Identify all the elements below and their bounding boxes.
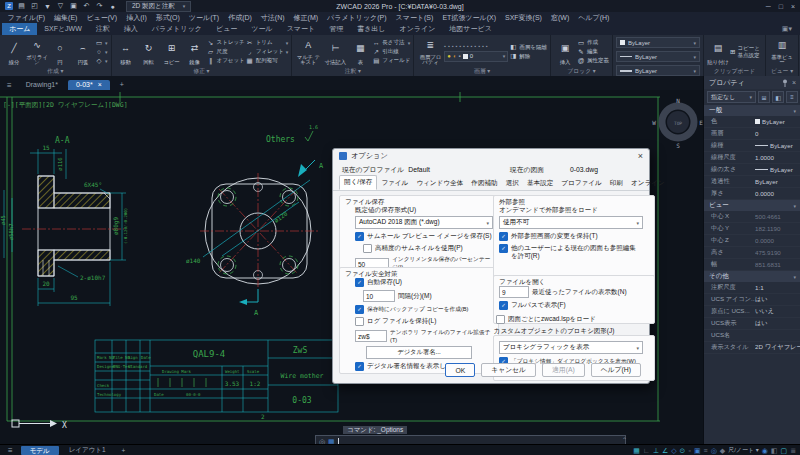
edit-block-button[interactable]: ✎編集 bbox=[577, 47, 609, 56]
linetype-control[interactable]: ByLayer▾ bbox=[616, 51, 700, 62]
layer-tool-icon[interactable]: ▪ bbox=[471, 43, 473, 49]
offset-button[interactable]: ∥オフセット bbox=[207, 56, 245, 65]
cancel-button[interactable]: キャンセル bbox=[481, 363, 536, 377]
doc-menu-icon[interactable]: ≡ bbox=[3, 81, 16, 90]
workspace-gear-icon[interactable]: ◉ bbox=[762, 447, 768, 455]
hires-thumbnail-checkbox[interactable] bbox=[363, 244, 372, 253]
viewport-label[interactable]: [-][平面図][2D ワイヤフレーム][DWG] bbox=[3, 101, 128, 109]
pin-icon[interactable] bbox=[782, 79, 788, 87]
tab-files[interactable]: ファイル bbox=[377, 177, 412, 190]
tab-preferences[interactable]: 基本設定 bbox=[523, 177, 557, 190]
lineweight-icon[interactable]: ≡ bbox=[704, 447, 708, 454]
layer-unisolate-button[interactable]: ◨解除 bbox=[509, 52, 547, 61]
clean-screen-icon[interactable]: ▢ bbox=[781, 447, 788, 455]
menu-sxf[interactable]: SXF変換(S) bbox=[500, 13, 546, 23]
backup-checkbox[interactable]: ✓ bbox=[355, 305, 364, 314]
toggle-pickadd-icon[interactable]: ⊞ bbox=[758, 91, 770, 103]
xref-edit-checkbox[interactable]: ✓ bbox=[499, 244, 508, 253]
ribbon-options-icon[interactable]: ▣▾ bbox=[782, 23, 798, 35]
select-objects-icon[interactable]: ◧ bbox=[772, 91, 784, 103]
tab-open-save[interactable]: 開く/保存 bbox=[339, 175, 377, 190]
dynamic-input-icon[interactable]: ▣ bbox=[694, 447, 701, 455]
workspace-switcher[interactable]: 2D 製図と注釈 ▾ bbox=[126, 1, 191, 12]
customize-icon[interactable]: ≣ bbox=[790, 447, 796, 455]
ribbon-tab-parametric[interactable]: パラメトリック bbox=[145, 23, 209, 35]
thumbnail-checkbox[interactable]: ✓ bbox=[355, 232, 364, 241]
layer-tool-icon[interactable]: ▪ bbox=[482, 43, 484, 49]
group-label-modify[interactable]: 修正 ▾ bbox=[112, 67, 292, 76]
dynamic-ucs-icon[interactable]: ▫ bbox=[688, 447, 690, 454]
tab-plot[interactable]: 印刷 bbox=[606, 177, 627, 190]
new-file-icon[interactable]: ▤ bbox=[17, 2, 26, 10]
layer-properties-button[interactable]: ≣画層プロパティ bbox=[417, 36, 443, 67]
print-icon[interactable]: ▣ bbox=[69, 2, 78, 10]
doc-tab-drawing1[interactable]: Drawing1* bbox=[18, 80, 66, 90]
help-button[interactable]: ヘルプ(H) bbox=[591, 363, 641, 377]
menu-format[interactable]: 形式(O) bbox=[151, 13, 184, 23]
annotation-scale-control[interactable]: 尺/ノート ▾ bbox=[728, 446, 759, 455]
menu-view[interactable]: ビュー(V) bbox=[82, 13, 122, 23]
minimize-button[interactable]: ─ bbox=[766, 3, 771, 10]
hatch-button[interactable]: ◇▾ bbox=[95, 56, 108, 65]
autosave-checkbox[interactable]: ✓ bbox=[355, 278, 364, 287]
section-general[interactable]: 一般▾ bbox=[704, 105, 800, 116]
menu-modify[interactable]: 修正(M) bbox=[289, 13, 323, 23]
fillet-button[interactable]: ◞フィレット▾ bbox=[246, 47, 289, 56]
layer-isolate-button[interactable]: ◧画層を隔離 bbox=[509, 43, 547, 52]
quick-select-icon[interactable]: ≡ bbox=[786, 91, 798, 103]
ortho-icon[interactable]: ⊥ bbox=[653, 447, 659, 455]
ribbon-tab-insert[interactable]: 挿入 bbox=[117, 23, 145, 35]
menu-dimension[interactable]: 寸法(N) bbox=[256, 13, 289, 23]
tab-drafting[interactable]: 作図補助 bbox=[467, 177, 501, 190]
copy-button[interactable]: ⊞コピー bbox=[161, 36, 183, 67]
close-button[interactable]: × bbox=[791, 3, 795, 10]
table-button[interactable]: ▦表 bbox=[349, 36, 371, 67]
polar-icon[interactable]: ∠ bbox=[662, 447, 668, 455]
prop-row-lineweight[interactable]: 線の太さByLayer bbox=[704, 164, 800, 176]
tab-profiles[interactable]: プロファイル bbox=[557, 177, 606, 190]
command-expand-icon[interactable]: ⌃ bbox=[622, 436, 627, 443]
menu-edit[interactable]: 編集(E) bbox=[50, 13, 82, 23]
compass-s[interactable]: S bbox=[676, 142, 680, 149]
section-misc[interactable]: その他▾ bbox=[704, 271, 800, 282]
osnap-icon[interactable]: ◇ bbox=[671, 447, 676, 455]
create-block-button[interactable]: ▭作成 bbox=[577, 38, 609, 47]
redo-icon[interactable]: ↷ bbox=[95, 2, 104, 10]
layer-tool-icon[interactable]: ▪ bbox=[486, 43, 488, 49]
fullpath-checkbox[interactable]: ✓ bbox=[499, 301, 508, 310]
maximize-button[interactable]: □ bbox=[779, 3, 783, 10]
prop-row-linetype[interactable]: 線種ByLayer bbox=[704, 140, 800, 152]
lsp-checkbox[interactable] bbox=[496, 315, 505, 324]
prop-row-ucs-icon[interactable]: UCS アイコン...はい bbox=[704, 294, 800, 306]
move-button[interactable]: ↔移動 bbox=[115, 36, 137, 67]
ribbon-tab-tools[interactable]: ツール bbox=[244, 23, 279, 35]
group-label-annotate[interactable]: 注釈 ▾ bbox=[292, 67, 413, 76]
group-label-draw[interactable]: 作成 ▾ bbox=[0, 67, 111, 76]
annotation-visibility-icon[interactable]: ◎ bbox=[711, 447, 717, 455]
save-as-icon[interactable]: ▽ bbox=[56, 2, 65, 10]
menu-parametric[interactable]: パラメトリック(P) bbox=[323, 13, 391, 23]
autosave-interval-input[interactable]: 10 bbox=[363, 290, 395, 302]
dialog-close-icon[interactable]: × bbox=[638, 151, 643, 161]
prop-row-visual-style[interactable]: 表示スタイル2D ワイヤフレーム bbox=[704, 342, 800, 354]
leader-button[interactable]: ↗引出線 bbox=[372, 47, 410, 56]
field-button[interactable]: ▤フィールド bbox=[372, 56, 410, 65]
group-label-clipboard[interactable]: クリップボード bbox=[704, 67, 765, 76]
menu-help[interactable]: ヘルプ(H) bbox=[574, 13, 614, 23]
base-view-button[interactable]: ▥基準ビュー bbox=[769, 36, 795, 67]
layer-tool-icon[interactable]: ▪ bbox=[452, 43, 454, 49]
view-compass[interactable]: TOP N W E S bbox=[652, 97, 703, 149]
plot-preview-icon[interactable]: ● bbox=[108, 3, 117, 10]
lineweight-control[interactable]: ByLayer▾ bbox=[616, 65, 700, 76]
ribbon-tab-export[interactable]: 書き出し bbox=[350, 23, 392, 35]
prop-row-ucs-name[interactable]: UCS名 bbox=[704, 330, 800, 342]
ribbon-tab-online[interactable]: オンライン bbox=[392, 23, 442, 35]
tab-display[interactable]: ウィンドウ全体 bbox=[412, 177, 467, 190]
snap-icon[interactable]: ∟ bbox=[643, 447, 650, 454]
close-panel-icon[interactable]: × bbox=[792, 79, 796, 86]
layer-tool-icon[interactable]: ▪ bbox=[448, 43, 450, 49]
ribbon-tab-home[interactable]: ホーム bbox=[2, 23, 37, 35]
copy-with-basepoint-button[interactable]: ⊞コピーと基点設定 bbox=[730, 45, 762, 57]
selection-filter-dropdown[interactable]: 指定なし▾ bbox=[707, 91, 756, 103]
group-label-view[interactable]: ビュー ▾ bbox=[766, 67, 798, 76]
